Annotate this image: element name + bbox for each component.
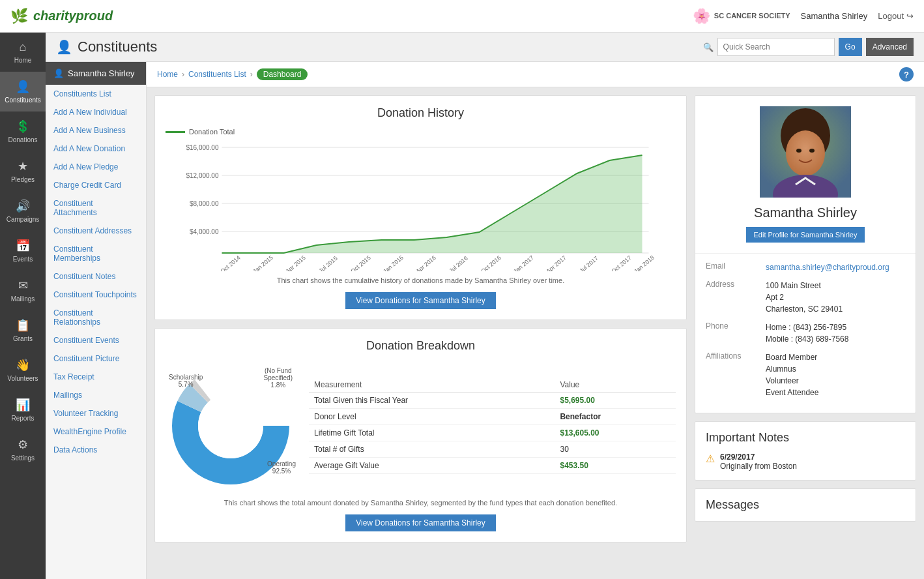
sub-sidebar-link-touchpoints[interactable]: Constituent Touchpoints bbox=[46, 286, 146, 304]
breadcrumb-current: Dashboard bbox=[257, 68, 308, 80]
notes-section: Important Notes ⚠ 6/29/2017 Originally f… bbox=[695, 422, 916, 480]
sidebar-home-label: Home bbox=[14, 57, 32, 64]
svg-text:Jul 2016: Jul 2016 bbox=[448, 255, 469, 271]
sidebar-item-pledges[interactable]: ★ Pledges bbox=[0, 151, 46, 191]
svg-text:Oct 2017: Oct 2017 bbox=[610, 254, 632, 271]
view-donations-button-2[interactable]: View Donations for Samantha Shirley bbox=[345, 514, 496, 531]
row-value-gifts: 30 bbox=[555, 441, 676, 458]
logo-text: charityproud bbox=[33, 8, 113, 23]
phone-row: Phone Home : (843) 256-7895 Mobile : (84… bbox=[706, 321, 905, 345]
grants-icon: 📋 bbox=[16, 318, 30, 333]
address-label: Address bbox=[706, 280, 758, 315]
sub-sidebar-link-constituents-list[interactable]: Constituents List bbox=[46, 85, 146, 103]
sub-sidebar-link-add-pledge[interactable]: Add A New Pledge bbox=[46, 158, 146, 176]
view-donations-button[interactable]: View Donations for Samantha Shirley bbox=[345, 292, 496, 309]
breakdown-table: Measurement Value Total Given this Fisca… bbox=[309, 378, 676, 474]
search-input[interactable] bbox=[717, 38, 835, 56]
top-right: 🌸 SC CANCER SOCIETY Samantha Shirley Log… bbox=[693, 8, 914, 25]
donation-chart-svg: $16,000.00 $12,000.00 $8,000.00 $4,000.0… bbox=[166, 141, 676, 271]
logo-area: 🌿 charityproud bbox=[10, 8, 113, 25]
affiliations-value: Board MemberAlumnusVolunteerEvent Attend… bbox=[766, 351, 818, 398]
sidebar-item-settings[interactable]: ⚙ Settings bbox=[0, 430, 46, 469]
sub-sidebar-link-charge-card[interactable]: Charge Credit Card bbox=[46, 176, 146, 194]
sub-sidebar-link-volunteer[interactable]: Volunteer Tracking bbox=[46, 404, 146, 423]
help-icon[interactable]: ? bbox=[899, 67, 914, 82]
address-line3: Charleston, SC 29401 bbox=[766, 304, 843, 314]
go-button[interactable]: Go bbox=[839, 38, 862, 56]
sidebar-item-campaigns[interactable]: 🔊 Campaigns bbox=[0, 191, 46, 231]
svg-text:$4,000.00: $4,000.00 bbox=[190, 228, 219, 235]
sub-sidebar-link-add-individual[interactable]: Add A New Individual bbox=[46, 103, 146, 121]
breadcrumb-list[interactable]: Constituents List bbox=[188, 70, 246, 79]
sub-sidebar-link-memberships[interactable]: Constituent Memberships bbox=[46, 240, 146, 267]
affiliations-label: Affiliations bbox=[706, 351, 758, 398]
sub-sidebar-link-mailings[interactable]: Mailings bbox=[46, 386, 146, 404]
sub-sidebar-link-relationships[interactable]: Constituent Relationships bbox=[46, 304, 146, 331]
sub-sidebar-link-picture[interactable]: Constituent Picture bbox=[46, 349, 146, 368]
svg-text:Jan 2016: Jan 2016 bbox=[382, 254, 405, 271]
sidebar-donations-label: Donations bbox=[8, 136, 37, 143]
sub-sidebar-link-data-actions[interactable]: Data Actions bbox=[46, 441, 146, 459]
warning-icon: ⚠ bbox=[706, 453, 715, 465]
org-name: SC CANCER SOCIETY bbox=[714, 12, 790, 20]
breadcrumb-sep2: › bbox=[250, 70, 253, 79]
col-value: Value bbox=[555, 378, 676, 393]
svg-text:Jan 2015: Jan 2015 bbox=[252, 254, 274, 271]
svg-text:$16,000.00: $16,000.00 bbox=[186, 144, 218, 151]
row-label-avg: Average Gift Value bbox=[309, 458, 555, 474]
sidebar-item-grants[interactable]: 📋 Grants bbox=[0, 310, 46, 350]
sub-sidebar-link-events[interactable]: Constituent Events bbox=[46, 331, 146, 349]
sidebar-volunteers-label: Volunteers bbox=[7, 375, 38, 382]
sidebar-events-label: Events bbox=[13, 256, 33, 263]
sub-sidebar-header: 👤 Samantha Shirley bbox=[46, 62, 146, 85]
sub-sidebar-link-notes[interactable]: Constituent Notes bbox=[46, 267, 146, 286]
sub-sidebar-link-add-donation[interactable]: Add A New Donation bbox=[46, 140, 146, 158]
logout-button[interactable]: Logout ↪ bbox=[878, 11, 914, 21]
donut-area: Scholarship 5.7% (No Fund Specified) 1.8… bbox=[166, 361, 296, 491]
row-value-lifetime: $13,605.00 bbox=[555, 425, 676, 441]
phone-home: Home : (843) 256-7895 bbox=[766, 323, 846, 332]
row-value-avg: $453.50 bbox=[555, 458, 676, 474]
sub-sidebar: 👤 Samantha Shirley Constituents List Add… bbox=[46, 62, 147, 579]
breakdown-data-table: Measurement Value Total Given this Fisca… bbox=[309, 378, 676, 474]
svg-text:Jan 2018: Jan 2018 bbox=[633, 254, 656, 271]
sidebar-item-donations[interactable]: 💲 Donations bbox=[0, 111, 46, 151]
donation-history-panel: Donation History Donation Total bbox=[154, 95, 687, 320]
breadcrumb-home[interactable]: Home bbox=[157, 70, 178, 79]
content-area: 👤 Constituents 🔍 Go Advanced 👤 Samantha … bbox=[46, 33, 924, 579]
sidebar-item-reports[interactable]: 📊 Reports bbox=[0, 390, 46, 430]
logout-icon: ↪ bbox=[906, 11, 914, 21]
sidebar-item-volunteers[interactable]: 👋 Volunteers bbox=[0, 350, 46, 390]
main-layout: ⌂ Home 👤 Constituents 💲 Donations ★ Pled… bbox=[0, 33, 924, 579]
table-row: Average Gift Value $453.50 bbox=[309, 458, 676, 474]
profile-name: Samantha Shirley bbox=[754, 205, 857, 220]
sub-sidebar-link-wealthengine[interactable]: WealthEngine Profile bbox=[46, 423, 146, 441]
nofund-label-text: (No Fund bbox=[264, 367, 293, 374]
advanced-button[interactable]: Advanced bbox=[866, 38, 914, 56]
sidebar-item-constituents[interactable]: 👤 Constituents bbox=[0, 72, 46, 111]
top-header: 🌿 charityproud 🌸 SC CANCER SOCIETY Saman… bbox=[0, 0, 924, 33]
sub-sidebar-link-addresses[interactable]: Constituent Addresses bbox=[46, 222, 146, 240]
email-link[interactable]: samantha.shirley@charityproud.org bbox=[766, 263, 889, 272]
sidebar-item-mailings[interactable]: ✉ Mailings bbox=[0, 271, 46, 310]
sidebar-item-events[interactable]: 📅 Events bbox=[0, 231, 46, 271]
page-header: 👤 Constituents 🔍 Go Advanced bbox=[46, 33, 924, 62]
email-label: Email bbox=[706, 261, 758, 273]
logo-icon: 🌿 bbox=[10, 8, 28, 25]
search-icon: 🔍 bbox=[703, 42, 714, 52]
donation-history-subtitle: This chart shows the cumulative history … bbox=[166, 276, 676, 284]
row-value-donor: Benefactor bbox=[555, 409, 676, 425]
messages-title: Messages bbox=[706, 498, 905, 512]
sub-sidebar-link-add-business[interactable]: Add A New Business bbox=[46, 121, 146, 140]
sub-sidebar-link-attachments[interactable]: Constituent Attachments bbox=[46, 194, 146, 222]
events-icon: 📅 bbox=[16, 239, 30, 253]
phone-value: Home : (843) 256-7895 Mobile : (843) 689… bbox=[766, 321, 848, 345]
svg-point-31 bbox=[796, 149, 801, 153]
right-panel: Samantha Shirley Edit Profile for Samant… bbox=[695, 95, 916, 571]
sub-sidebar-link-tax-receipt[interactable]: Tax Receipt bbox=[46, 368, 146, 386]
sidebar-item-home[interactable]: ⌂ Home bbox=[0, 33, 46, 72]
svg-text:Oct 2016: Oct 2016 bbox=[480, 254, 502, 271]
address-line1: 100 Main Street bbox=[766, 281, 821, 290]
note-item: ⚠ 6/29/2017 Originally from Boston bbox=[706, 453, 905, 471]
edit-profile-button[interactable]: Edit Profile for Samantha Shirley bbox=[746, 227, 865, 243]
